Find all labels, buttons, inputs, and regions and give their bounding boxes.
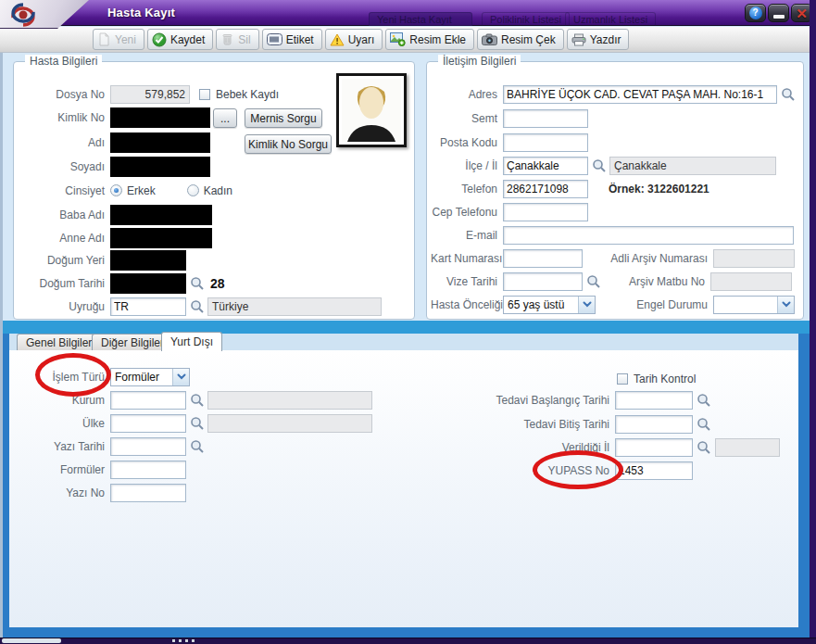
swirl-logo-icon [7,3,39,27]
dosya-no-label: Dosya No [19,88,105,101]
kimlik-ellipsis-button[interactable]: ... [213,108,237,128]
engel-durumu-select[interactable] [713,296,795,314]
help-button[interactable]: ? [745,4,766,22]
adli-arsiv-label: Adli Arşiv Numarası [583,252,708,265]
yupass-no-input[interactable] [615,461,693,480]
hasta-onceligi-label: Hasta Önceliği [431,298,497,311]
formuler-input[interactable] [110,461,186,479]
dogum-yeri-field-redacted[interactable] [110,250,186,271]
adres-search-icon[interactable] [781,87,796,102]
verildigi-il-input[interactable] [615,438,693,457]
avatar-placeholder-icon [342,79,401,142]
soyadi-label: Soyadı [19,160,105,173]
tedavi-bitis-search-icon[interactable] [697,417,711,432]
window-left-border [0,53,3,644]
titlebar: Yeni Hasta Kayıt Poliklinik Listesi Uzma… [0,0,816,26]
uyrugu-name-field: Türkiye [207,297,382,316]
kart-numarasi-label: Kart Numarası [431,252,497,265]
patient-info-group: Hasta Bilgileri Dosya No 579,852 Bebek K… [13,61,415,320]
kurum-search-icon[interactable] [190,393,205,408]
minimize-icon [773,15,785,19]
print-button[interactable]: Yazdır [567,29,630,50]
ilce-input[interactable] [503,157,588,175]
telefon-input[interactable] [503,180,588,198]
new-document-icon [97,32,111,46]
chevron-down-icon [777,297,794,313]
kurum-input[interactable] [110,391,186,410]
ulke-label: Ülke [9,417,105,430]
tedavi-baslangic-input[interactable] [615,391,693,410]
yazi-tarihi-search-icon[interactable] [190,439,205,454]
annotation-ellipse-yupass-no [533,450,623,489]
posta-kodu-input[interactable] [503,133,588,152]
cep-telefonu-input[interactable] [503,203,588,221]
tarih-kontrol-checkbox[interactable] [617,373,628,385]
add-image-icon [390,32,406,46]
soyadi-field-redacted[interactable] [110,157,210,177]
dogum-tarihi-search-icon[interactable] [190,276,205,291]
save-button[interactable]: Kaydet [147,29,213,50]
baba-adi-field-redacted[interactable] [110,205,212,225]
ilce-il-label: İlçe / İl [431,159,497,172]
email-input[interactable] [503,226,794,245]
erkek-radio[interactable] [110,184,122,196]
tedavi-bitis-label: Tedavi Bitiş Tarihi [482,418,609,431]
semt-input[interactable] [503,109,588,128]
tarih-kontrol-label: Tarih Kontrol [634,373,696,385]
window-title: Hasta Kayıt [107,6,175,19]
vize-tarihi-input[interactable] [503,272,583,291]
dogum-tarihi-field-redacted[interactable] [110,273,186,294]
adi-label: Adı [19,136,105,149]
adi-field-redacted[interactable] [110,133,210,153]
telefon-ornek-text: Örnek: 3122601221 [609,183,709,196]
adres-label: Adres [431,88,497,101]
tab-genel-bilgileri[interactable]: Genel Bilgileri [17,334,104,350]
yazi-tarihi-input[interactable] [110,437,186,456]
ilce-search-icon[interactable] [592,158,607,173]
take-photo-button[interactable]: Resim Çek [477,29,564,50]
dosya-no-field: 579,852 [110,85,190,104]
horizontal-scrollbar[interactable] [2,638,61,643]
ghost-tab-uzmanlik-listesi: Uzmanlık Listesi [565,12,656,26]
semt-label: Semt [431,112,497,125]
yazi-no-input[interactable] [110,484,186,502]
window-right-border [810,0,816,644]
kimlik-no-field-redacted[interactable] [110,107,210,128]
mernis-sorgu-button[interactable]: Mernis Sorgu [245,108,322,128]
verildigi-il-search-icon[interactable] [697,440,711,455]
kart-numarasi-input[interactable] [503,249,583,268]
label-button[interactable]: Etiket [262,29,322,50]
tab-yurt-disi[interactable]: Yurt Dışı [161,332,222,351]
islem-turu-select[interactable]: Formüler [110,368,190,386]
uyrugu-search-icon[interactable] [190,299,205,314]
printer-icon [571,33,586,46]
engel-durumu-label: Engel Durumu [596,298,708,311]
chevron-down-icon [172,369,189,385]
erkek-label: Erkek [127,184,156,197]
warning-button[interactable]: Uyarı [325,29,383,50]
ulke-search-icon[interactable] [190,416,205,431]
adres-input[interactable] [503,85,777,104]
anne-adi-field-redacted[interactable] [110,228,212,248]
tedavi-baslangic-search-icon[interactable] [697,393,711,408]
ulke-input[interactable] [110,414,186,433]
add-image-button[interactable]: Resim Ekle [385,29,474,50]
uyrugu-label: Uyruğu [19,300,105,313]
kadin-radio[interactable] [187,184,199,196]
toolbar: Yeni Kaydet Sil Etiket Uyarı Resim Ekle … [0,27,816,53]
tedavi-bitis-input[interactable] [615,415,693,434]
trash-icon [220,32,234,46]
scrollbar-grip-dots [172,639,195,642]
save-check-icon [152,32,167,47]
barcode-label-icon [267,33,282,45]
uyrugu-input[interactable] [110,297,186,316]
minimize-button[interactable] [768,4,789,22]
bebek-kaydi-checkbox[interactable] [199,89,210,100]
annotation-ellipse-islem-turu [35,353,111,397]
kimlik-no-sorgu-button[interactable]: Kimlik No Sorgu [245,134,332,154]
hasta-onceligi-select[interactable]: 65 yaş üstü [503,296,596,314]
adli-arsiv-field [713,249,795,268]
cep-telefonu-label: Cep Telefonu [431,206,497,219]
contact-info-group: İletişim Bilgileri Adres Semt Posta Kodu… [426,61,804,320]
vize-tarihi-search-icon[interactable] [586,274,601,289]
